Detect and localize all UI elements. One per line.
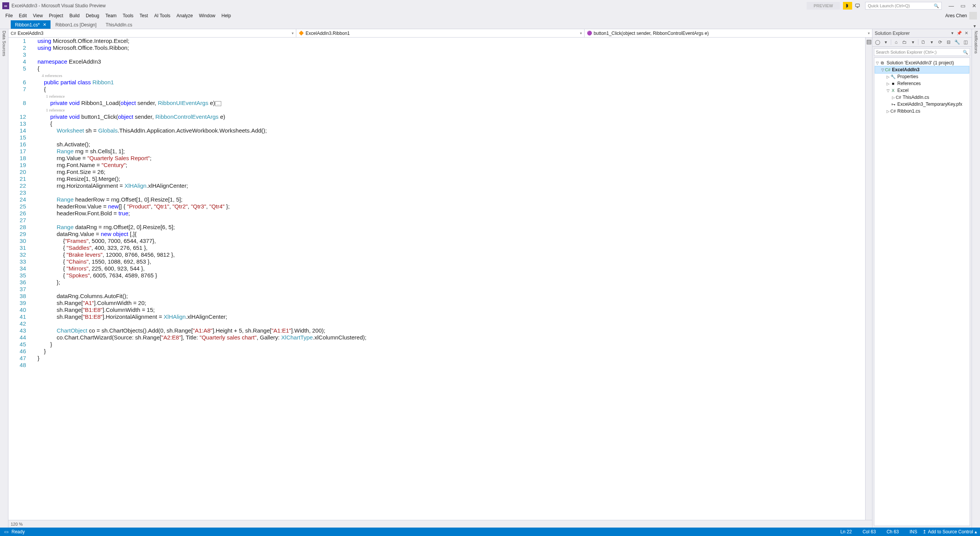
menu-analyze[interactable]: Analyze: [173, 12, 196, 19]
menu-team[interactable]: Team: [102, 12, 119, 19]
code-line[interactable]: { "Mirrors", 225, 600, 923, 544 },: [38, 265, 850, 272]
code-line[interactable]: [38, 362, 850, 369]
code-line[interactable]: namespace ExcelAddIn3: [38, 58, 850, 65]
code-line[interactable]: dataRng.Columns.AutoFit();: [38, 293, 850, 300]
code-line[interactable]: { "Chains", 1550, 1088, 692, 853 },: [38, 258, 850, 265]
doc-tab[interactable]: Ribbon1.cs*✕: [11, 20, 51, 29]
menu-help[interactable]: Help: [218, 12, 234, 19]
side-tab-data-sources[interactable]: Data Sources: [0, 29, 8, 528]
code-line[interactable]: rng.Font.Name = "Century";: [38, 162, 850, 169]
menu-view[interactable]: View: [30, 12, 46, 19]
code-line[interactable]: {: [38, 86, 850, 93]
menu-window[interactable]: Window: [196, 12, 219, 19]
tree-node[interactable]: ▷■References: [875, 80, 969, 87]
show-all-files-icon[interactable]: 🗋: [920, 39, 927, 46]
code-line[interactable]: [38, 217, 850, 224]
user-avatar[interactable]: [969, 12, 977, 20]
nav-dropdown-1[interactable]: 🔶ExcelAddIn3.Ribbon1▾: [296, 29, 584, 37]
code-line[interactable]: {: [38, 65, 850, 72]
expander-icon[interactable]: ▷: [886, 82, 890, 86]
tree-node[interactable]: ▷C#ThisAddIn.cs: [875, 94, 969, 101]
solution-explorer-search[interactable]: Search Solution Explorer (Ctrl+;) 🔍: [874, 48, 970, 56]
code-line[interactable]: rng.Font.Size = 26;: [38, 169, 850, 175]
code-line[interactable]: sh.Range["B1:E8"].HorizontalAlignment = …: [38, 313, 850, 320]
code-line[interactable]: { "Saddles", 400, 323, 276, 651 },: [38, 244, 850, 251]
code-line[interactable]: }: [38, 355, 850, 362]
solution-tree[interactable]: ▽ ⧉ Solution 'ExcelAddIn3' (1 project) ▽…: [874, 57, 970, 526]
menu-debug[interactable]: Debug: [83, 12, 102, 19]
menu-edit[interactable]: Edit: [16, 12, 30, 19]
code-line[interactable]: Range rng = sh.Cells[1, 1];: [38, 148, 850, 155]
close-button[interactable]: ✕: [969, 2, 980, 10]
dropdown-icon[interactable]: ▾: [910, 39, 916, 46]
code-line[interactable]: sh.Activate();: [38, 141, 850, 148]
code-line[interactable]: using Microsoft.Office.Tools.Ribbon;: [38, 44, 850, 51]
back-icon[interactable]: ◯: [874, 39, 881, 46]
code-line[interactable]: rng.Resize[1, 5].Merge();: [38, 175, 850, 182]
panel-pin-icon[interactable]: 📌: [956, 30, 962, 36]
code-line[interactable]: sh.Range["B1:E8"].ColumnWidth = 15;: [38, 307, 850, 313]
menu-ai-tools[interactable]: AI Tools: [151, 12, 173, 19]
menu-file[interactable]: File: [2, 12, 16, 19]
side-tab-notifications[interactable]: Notifications: [972, 29, 980, 528]
nav-dropdown-0[interactable]: C#ExcelAddIn3▾: [8, 29, 296, 37]
code-line[interactable]: { "Spokes", 6005, 7634, 4589, 8765 }: [38, 272, 850, 279]
project-node[interactable]: ▽ C# ExcelAddIn3: [875, 66, 969, 73]
code-line[interactable]: headerRow.Value = new[] { "Product", "Qt…: [38, 203, 850, 210]
code-line[interactable]: [38, 134, 850, 141]
code-line[interactable]: };: [38, 279, 850, 286]
home-icon[interactable]: ⌂: [893, 39, 900, 46]
code-line[interactable]: sh.Range["A1"].ColumnWidth = 20;: [38, 300, 850, 307]
quick-launch-input[interactable]: Quick Launch (Ctrl+Q) 🔍: [865, 2, 942, 10]
code-line[interactable]: dataRng.Value = new object [,]{: [38, 231, 850, 238]
collapse-all-icon[interactable]: ⊟: [945, 39, 952, 46]
code-line[interactable]: private void button1_Click(object sender…: [38, 113, 850, 120]
nav-dropdown-2[interactable]: 🟣button1_Click(object sender, RibbonCont…: [585, 29, 872, 37]
user-name[interactable]: Ares Chen: [945, 13, 967, 18]
maximize-button[interactable]: ▭: [957, 2, 969, 10]
code-line[interactable]: [38, 51, 850, 58]
menu-build[interactable]: Build: [66, 12, 83, 19]
menu-test[interactable]: Test: [137, 12, 151, 19]
doc-tab[interactable]: ThisAddIn.cs: [101, 20, 136, 29]
feedback-icon[interactable]: [854, 2, 861, 10]
code-line[interactable]: [38, 286, 850, 293]
solution-folder-icon[interactable]: 🗀: [901, 39, 908, 46]
minimize-button[interactable]: —: [946, 2, 957, 10]
panel-window-position-icon[interactable]: ▾: [949, 30, 956, 36]
menu-tools[interactable]: Tools: [120, 12, 137, 19]
menu-project[interactable]: Project: [46, 12, 66, 19]
preview-icon[interactable]: ◫: [962, 39, 969, 46]
code-line[interactable]: }: [38, 348, 850, 355]
forward-icon[interactable]: ▾: [882, 39, 889, 46]
panel-close-icon[interactable]: ✕: [963, 30, 969, 36]
code-line[interactable]: ChartObject co = sh.ChartObjects().Add(0…: [38, 327, 850, 334]
split-editor-icon[interactable]: ▤: [866, 38, 872, 44]
doc-tab[interactable]: Ribbon1.cs [Design]: [51, 20, 101, 29]
add-to-source-control-button[interactable]: ↥ Add to Source Control ▴: [923, 529, 977, 534]
refresh-icon[interactable]: ⟳: [937, 39, 944, 46]
tab-close-icon[interactable]: ✕: [43, 22, 46, 27]
notifications-flag-icon[interactable]: [843, 2, 852, 10]
code-line[interactable]: [38, 320, 850, 327]
code-line[interactable]: rng.Value = "Quarterly Sales Report";: [38, 155, 850, 162]
code-line[interactable]: public partial class Ribbon1: [38, 79, 850, 86]
expander-icon[interactable]: ▷: [891, 95, 896, 100]
codelens-indicator[interactable]: 1 reference: [38, 107, 850, 113]
code-line[interactable]: Worksheet sh = Globals.ThisAddIn.Applica…: [38, 127, 850, 134]
code-editor[interactable]: 1234567812131415161718192021222324252627…: [8, 38, 872, 520]
code-line[interactable]: }: [38, 341, 850, 348]
tree-node[interactable]: ▽XExcel: [875, 87, 969, 94]
code-line[interactable]: rng.HorizontalAlignment = XlHAlign.xlHAl…: [38, 182, 850, 189]
tree-node[interactable]: ▷🔧Properties: [875, 73, 969, 80]
expander-icon[interactable]: ▷: [886, 109, 890, 113]
code-line[interactable]: [38, 189, 850, 196]
code-line[interactable]: headerRow.Font.Bold = true;: [38, 210, 850, 217]
code-line[interactable]: { "Brake levers", 12000, 8766, 8456, 981…: [38, 251, 850, 258]
solution-node[interactable]: ▽ ⧉ Solution 'ExcelAddIn3' (1 project): [875, 59, 969, 66]
properties-icon[interactable]: 🔧: [954, 39, 960, 46]
code-line[interactable]: {: [38, 120, 850, 127]
code-line[interactable]: {"Frames", 5000, 7000, 6544, 4377},: [38, 238, 850, 244]
tree-node[interactable]: 🗝ExcelAddIn3_TemporaryKey.pfx: [875, 101, 969, 108]
code-line[interactable]: Range headerRow = rng.Offset[1, 0].Resiz…: [38, 196, 850, 203]
